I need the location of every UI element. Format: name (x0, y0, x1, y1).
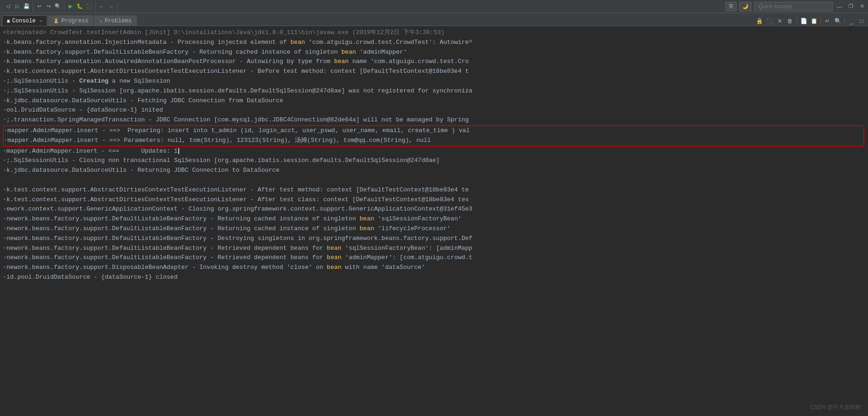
console-line-empty (3, 176, 865, 185)
remove-terminated-btn[interactable]: ✕ (775, 16, 784, 26)
console-line-18: ·ework.context.support.GenericApplicatio… (3, 204, 865, 214)
console-line-5: ·;.SqlSessionUtils - Creating a new SqlS… (3, 77, 865, 86)
separator-2 (820, 17, 821, 25)
console-line-11: ·mapper.AdminMapper.insert - ==> Paramet… (4, 136, 863, 146)
back-btn[interactable]: ◁ (4, 2, 12, 11)
run-toolbar-section: ▶ 🐛 ⬛ (64, 1, 96, 12)
minimize-btn[interactable]: — (835, 2, 844, 11)
highlight-block: ·mapper.AdminMapper.insert - ==> Prepari… (3, 125, 864, 147)
console-line-10: ·mapper.AdminMapper.insert - ==> Prepari… (4, 126, 863, 136)
watermark: CSDN @平凡加班狗 (810, 403, 861, 411)
run-btn[interactable]: ▶ (66, 2, 75, 11)
debug-btn[interactable]: 🐛 (76, 2, 84, 11)
progress-tab-label: Progress (61, 18, 88, 24)
terminate-btn[interactable]: ⬛ (765, 16, 774, 26)
console-line-21: ·nework.beans.factory.support.DefaultLis… (3, 234, 865, 244)
terminated-header: <terminated> CrowdTest.testInsertAdmin [… (3, 28, 865, 38)
console-tab-label: Console (12, 18, 35, 24)
console-line-12: ·mapper.AdminMapper.insert - <== Updates… (3, 147, 865, 156)
separator-3 (844, 17, 845, 25)
paste-btn[interactable]: 📋 (809, 16, 819, 26)
console-line-6: ·;.SqlSessionUtils - SqlSession [org.apa… (3, 86, 865, 96)
console-line-2: ·k.beans.factory.support.DefaultListable… (3, 48, 865, 57)
maximize-view-btn[interactable]: □ (857, 16, 866, 26)
console-line-4: ·k.test.context.support.AbstractDirtiesC… (3, 67, 865, 77)
prev-btn[interactable]: ← (98, 2, 106, 11)
console-line-25: ·id.pool.DruidDataSource - {dataSource-1… (3, 273, 865, 282)
console-line-16: ·k.test.context.support.AbstractDirtiesC… (3, 185, 865, 195)
clear-console-btn[interactable]: 🗑 (785, 16, 795, 26)
search-btn[interactable]: 🔍 (54, 2, 62, 11)
progress-tab-icon: ⏳ (53, 18, 59, 24)
console-line-8: ·ool.DruidDataSource - {dataSource-1} in… (3, 106, 865, 115)
redo-btn[interactable]: ↪ (44, 2, 53, 11)
console-line-3: ·k.beans.factory.annotation.AutowiredAnn… (3, 57, 865, 67)
save-btn[interactable]: 💾 (22, 2, 31, 11)
scroll-lock-btn[interactable]: 🔒 (755, 16, 764, 26)
console-line-22: ·nework.beans.factory.support.DefaultLis… (3, 244, 865, 254)
console-line-17: ·k.test.context.support.AbstractDirtiesC… (3, 195, 865, 205)
console-line-7: ·k.jdbc.datasource.DataSourceUtils - Fet… (3, 96, 865, 106)
tab-bar: ▣ Console ✕ ⏳ Progress ⚠ Problems 🔒 ⬛ ✕ … (0, 13, 868, 26)
ime-btn[interactable]: 🌙 (739, 2, 751, 11)
problems-tab[interactable]: ⚠ Problems (94, 15, 137, 26)
console-output[interactable]: <terminated> CrowdTest.testInsertAdmin [… (0, 26, 868, 416)
language-selector[interactable]: 英 (726, 2, 736, 11)
problems-tab-icon: ⚠ (99, 18, 102, 24)
nav-toolbar-section: ← → (96, 1, 118, 12)
progress-tab[interactable]: ⏳ Progress (48, 15, 93, 26)
console-line-24: ·nework.beans.factory.support.Disposable… (3, 263, 865, 273)
console-line-14: ·k.jdbc.datasource.DataSourceUtils - Ret… (3, 166, 865, 176)
console-line-9: ·;.transaction.SpringManagedTransaction … (3, 115, 865, 125)
file-toolbar-section: ◁ ▷ 💾 (2, 1, 33, 12)
console-tab[interactable]: ▣ Console ✕ (2, 15, 47, 26)
main-toolbar: ◁ ▷ 💾 ↩ ↪ 🔍 ▶ 🐛 ⬛ ← → 英 🌙 — ❐ ✕ (0, 0, 868, 13)
console-line-19: ·nework.beans.factory.support.DefaultLis… (3, 214, 865, 224)
quick-access-input[interactable] (754, 2, 833, 11)
copy-btn[interactable]: 📄 (799, 16, 808, 26)
minimize-view-btn[interactable]: _ (847, 16, 856, 26)
separator-1 (797, 17, 797, 25)
undo-btn[interactable]: ↩ (35, 2, 43, 11)
console-tab-icon: ▣ (7, 18, 10, 24)
console-line-1: ·k.beans.factory.annotation.InjectionMet… (3, 38, 865, 48)
edit-toolbar-section: ↩ ↪ 🔍 (33, 1, 64, 12)
restore-btn[interactable]: ❐ (847, 2, 855, 11)
console-right-toolbar: 🔒 ⬛ ✕ 🗑 📄 📋 ↵ 🔍 _ □ (755, 16, 866, 26)
find-btn[interactable]: 🔍 (833, 16, 842, 26)
console-line-23: ·nework.beans.factory.support.DefaultLis… (3, 253, 865, 263)
stop-btn[interactable]: ⬛ (85, 2, 93, 11)
word-wrap-btn[interactable]: ↵ (823, 16, 832, 26)
close-btn[interactable]: ✕ (858, 2, 866, 11)
forward-btn[interactable]: ▷ (13, 2, 21, 11)
console-line-13: ·;.SqlSessionUtils - Closing non transac… (3, 156, 865, 166)
console-tab-close[interactable]: ✕ (39, 18, 42, 24)
problems-tab-label: Problems (105, 18, 132, 24)
console-line-20: ·nework.beans.factory.support.DefaultLis… (3, 224, 865, 234)
next-btn[interactable]: → (107, 2, 115, 11)
